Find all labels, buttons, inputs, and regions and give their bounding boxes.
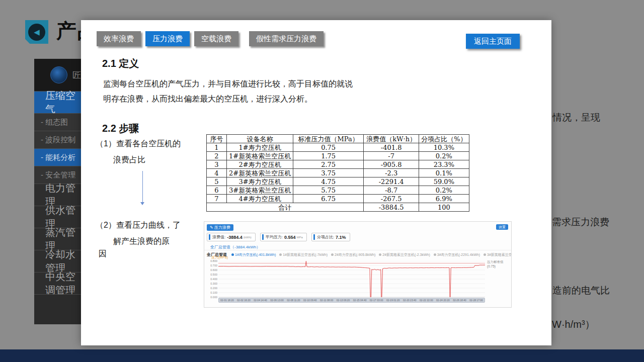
y-tick-label: 0.100 — [204, 291, 217, 294]
x-tick-label: 02-20 23:40 — [403, 299, 417, 302]
y-tick-label: 0.700 — [204, 264, 217, 267]
table-cell: 59.0% — [419, 177, 469, 186]
sidebar-item[interactable]: 冷却水管理 — [34, 250, 82, 272]
bg-text-fragment: 造前的电气比 — [552, 284, 610, 297]
stat-box: 分项占比:7.1% — [311, 233, 350, 241]
table-cell: 5 — [207, 177, 227, 186]
sidebar-item[interactable]: - 组态图 — [34, 113, 82, 131]
pressure-curve-chart — [218, 261, 485, 297]
table-cell: 3#新英格索兰空压机 — [227, 186, 293, 195]
table-header-cell: 浪费值（kW·h） — [364, 135, 419, 143]
legend-item[interactable]: 2#新英格索兰空压机(-2.3kWh) — [379, 252, 430, 257]
back-button[interactable]: ◀ — [25, 20, 48, 44]
sidebar-item[interactable]: - 能耗分析 — [34, 148, 82, 166]
legend-dot-icon — [484, 253, 486, 256]
stat-box: 平均压力:0.554MPa — [260, 233, 307, 241]
sidebar-item[interactable]: 中央空调管理 — [34, 272, 82, 294]
tab-空载浪费[interactable]: 空载浪费 — [194, 31, 238, 46]
table-cell: -401.8 — [364, 143, 419, 152]
table-cell: 2#新英格索兰空压机 — [227, 169, 293, 177]
table-cell: 2.75 — [293, 160, 364, 169]
x-tick-label: 02-22 22:00 — [420, 299, 433, 302]
x-tick-label: 02-06 13:00 — [270, 299, 284, 302]
sidebar-brand: 匠 — [34, 59, 82, 91]
sidebar-item[interactable]: 压缩空气 — [34, 91, 82, 113]
table-cell: 2#寿力空压机 — [227, 160, 293, 169]
brand-logo-icon — [50, 66, 67, 83]
bg-text-fragment: 情况，呈现 — [552, 111, 600, 124]
legend-item[interactable]: 1#新英格索兰空压机(-7kWh) — [279, 252, 328, 257]
x-tick-label: 02-15 04:40 — [353, 299, 367, 302]
definition-body: 监测每台空压机的产气压力，并与目标值进行比较，高于目标值的就说 明存在浪费，从而… — [103, 76, 375, 107]
legend-item[interactable]: 3#寿力空压机(-2291.4kWh) — [434, 252, 480, 257]
pipeline-link[interactable]: 全厂总管道（-3884.4kWh） — [210, 244, 260, 250]
table-row: 53#寿力空压机4.75-2291.459.0% — [207, 177, 469, 186]
legend-item-label: 1#新英格索兰空压机(-7kWh) — [283, 252, 328, 257]
x-tick-label: 02-02 16:20 — [237, 299, 251, 302]
stat-boxes: 浪费值:-3884.4(kWh)平均压力:0.554MPa分项占比:7.1% — [207, 233, 350, 241]
tab-效率浪费[interactable]: 效率浪费 — [97, 31, 141, 46]
table-cell: 6.9% — [419, 195, 469, 203]
x-tick-label: 02-11 08:00 — [320, 299, 333, 302]
legend-dot-icon — [434, 253, 436, 256]
settings-button[interactable]: 设置 — [496, 224, 508, 230]
table-cell: -8.7 — [364, 186, 419, 195]
stat-accent-bar — [313, 234, 315, 240]
x-tick-label: 02-01 18:20 — [220, 299, 234, 302]
stat-label: 浪费值: — [212, 234, 225, 240]
return-home-button[interactable]: 返回主页面 — [466, 34, 520, 49]
step1-text: （1）查看各台空压机的 — [96, 139, 181, 149]
legend-dot-icon — [331, 253, 334, 256]
y-tick-label: 0.300 — [204, 282, 217, 285]
total-label-cell: 合计 — [207, 203, 364, 212]
footer-bar — [0, 349, 644, 362]
stat-unit: (kWh) — [244, 236, 252, 239]
legend-item[interactable]: 1#寿力空压机(-401.8kWh) — [231, 252, 276, 257]
y-tick-label: 0.600 — [204, 268, 217, 272]
table-header-cell: 序号 — [207, 135, 227, 143]
stat-value: 0.554 — [284, 235, 296, 240]
y-tick-label: 0.800 — [204, 259, 217, 262]
step2-text: （2）查看压力曲线，了 — [96, 220, 181, 231]
table-cell: 0.2% — [419, 152, 469, 160]
stat-value: -3884.4 — [227, 235, 243, 240]
down-arrow-icon — [140, 171, 145, 206]
stat-label: 平均压力: — [266, 234, 283, 240]
sidebar-item[interactable]: - 波段控制 — [34, 131, 82, 148]
legend-dot-icon — [279, 253, 282, 256]
stat-accent-bar — [262, 234, 264, 240]
sidebar-item[interactable]: 蒸汽管理 — [34, 228, 82, 250]
sidebar-item[interactable]: 供水管理 — [34, 206, 82, 228]
sidebar-item[interactable]: 电力管理 — [34, 184, 82, 206]
steps-heading: 2.2 步骤 — [102, 122, 139, 135]
x-tick-label: 02-13 06:20 — [337, 299, 350, 302]
table-row: 32#寿力空压机2.75-905.823.3% — [207, 160, 469, 169]
table-cell: 3.75 — [293, 169, 364, 177]
tab-假性需求压力浪费[interactable]: 假性需求压力浪费 — [249, 31, 324, 46]
definition-line: 监测每台空压机的产气压力，并与目标值进行比较，高于目标值的就说 — [103, 76, 375, 92]
tab-压力浪费[interactable]: 压力浪费 — [145, 31, 190, 46]
total-value-cell: 100 — [419, 203, 469, 212]
table-cell: 1.75 — [293, 152, 364, 160]
legend-item-label: 2#新英格索兰空压机(-2.3kWh) — [382, 252, 430, 257]
x-tick-label: 02-08 11:20 — [287, 299, 300, 302]
brand-text: 匠 — [72, 69, 81, 81]
table-cell: 5.75 — [293, 186, 364, 195]
x-tick-label: 02-10 09:40 — [303, 299, 317, 302]
table-cell: 10.3% — [419, 143, 469, 152]
table-cell: -267.5 — [364, 195, 419, 203]
legend-item[interactable]: 2#寿力空压机(-905.8kWh) — [331, 252, 375, 257]
pressure-waste-title-button[interactable]: ✎ 压力浪费 — [207, 224, 233, 231]
waste-table: 序号设备名称标准压力值（MPa）浪费值（kW·h）分项占比（%） 11#寿力空压… — [206, 134, 469, 212]
table-total-row: 合计-3884.5100 — [207, 203, 469, 212]
bg-text-fragment: 需求压力浪费 — [552, 216, 609, 229]
legend-item[interactable]: 3#新英格索兰空压机(-8.7kWh) — [484, 252, 512, 257]
x-axis-scrollbar[interactable]: 02-01 18:2002-02 16:2002-04 14:4002-06 1… — [218, 298, 485, 303]
sidebar-filler — [34, 294, 82, 324]
legend-dot-icon — [231, 253, 234, 256]
reference-value-label: 压力标准值 (0.75) — [487, 260, 504, 269]
table-row: 63#新英格索兰空压机5.75-8.70.2% — [207, 186, 469, 195]
table-header-row: 序号设备名称标准压力值（MPa）浪费值（kW·h）分项占比（%） — [207, 135, 469, 143]
table-row: 11#寿力空压机0.75-401.810.3% — [207, 143, 469, 152]
table-cell: -7 — [364, 152, 419, 160]
